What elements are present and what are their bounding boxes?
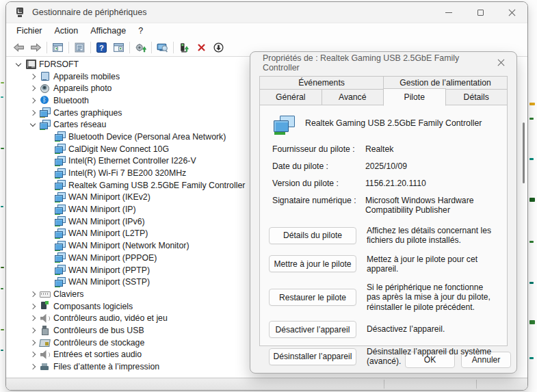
chevron-icon[interactable]: [42, 241, 54, 250]
chevron-icon[interactable]: [42, 217, 54, 226]
status-divider: [384, 380, 384, 389]
status-bar: [6, 378, 527, 390]
chevron-icon[interactable]: [42, 168, 54, 178]
driver-info-row: Signataire numérique : Microsoft Windows…: [272, 196, 499, 215]
chevron-icon[interactable]: [27, 302, 39, 311]
back-icon[interactable]: [10, 40, 27, 55]
driver-info-row: Version du pilote : 1156.21.20.1110: [272, 179, 499, 188]
chevron-icon[interactable]: [27, 350, 39, 359]
dialog-close-button[interactable]: [495, 57, 507, 69]
chevron-icon[interactable]: [27, 326, 39, 335]
printer-icon: [39, 362, 51, 372]
driver-action-description: Affichez les détails concernant les fich…: [367, 226, 499, 246]
tree-item-label: Bluetooth: [53, 96, 89, 105]
driver-actions: Détails du pilote Affichez les détails c…: [269, 226, 499, 366]
driver-action-row: Désactiver l’appareil Désactivez l’appar…: [269, 321, 499, 338]
driver-action-description: Désactivez l’appareil.: [367, 324, 499, 334]
driver-action-row: Restaurer le pilote Si le périphérique n…: [269, 283, 499, 312]
scan-hardware-changes-icon[interactable]: [154, 40, 171, 55]
net-icon: [54, 216, 66, 226]
tab[interactable]: Gestion de l’alimentation: [383, 76, 508, 90]
device-manager-icon: [15, 8, 26, 18]
disable-device-icon[interactable]: [210, 40, 227, 55]
tree-item-label: WAN Miniport (IP): [68, 205, 136, 214]
driver-action-button[interactable]: Mettre à jour le pilote: [269, 255, 356, 272]
toolbar-separator: [90, 42, 91, 53]
software-icon: [39, 301, 51, 311]
title-bar[interactable]: Gestionnaire de périphériques: [6, 2, 527, 23]
background-app-left: [0, 0, 5, 392]
tab[interactable]: Événements: [259, 76, 384, 90]
chevron-icon[interactable]: [42, 205, 54, 214]
tree-item-label: Cartes réseau: [53, 120, 106, 129]
chevron-icon[interactable]: [27, 289, 39, 299]
tree-item-label: WAN Miniport (PPTP): [68, 265, 150, 275]
chevron-icon[interactable]: [27, 338, 39, 348]
menu-item[interactable]: Affichage: [84, 25, 132, 37]
add-legacy-hardware-icon[interactable]: [176, 40, 193, 55]
chevron-icon[interactable]: [13, 60, 25, 69]
menu-item[interactable]: Fichier: [10, 25, 49, 37]
chevron-icon[interactable]: [42, 228, 54, 238]
driver-action-button[interactable]: Désinstaller l’appareil: [269, 348, 356, 365]
chevron-icon[interactable]: [27, 313, 39, 323]
chevron-icon[interactable]: [42, 181, 54, 190]
background-app-right: [528, 0, 537, 392]
tab[interactable]: Pilote: [383, 88, 446, 106]
storage-icon: [39, 337, 51, 348]
tree-item-label: Contrôleurs de bus USB: [53, 326, 144, 335]
maximize-icon: [477, 10, 484, 16]
menu-item[interactable]: ?: [132, 25, 149, 37]
tree-item-label: WAN Miniport (PPPOE): [68, 253, 157, 263]
tree-item-label: Appareils photo: [53, 83, 112, 93]
maximize-button[interactable]: [464, 2, 496, 23]
chevron-icon[interactable]: [42, 253, 54, 263]
show-console-tree-icon[interactable]: [49, 40, 66, 55]
uninstall-device-icon[interactable]: [193, 40, 210, 55]
tree-item-label: WAN Miniport (IKEv2): [68, 192, 150, 202]
tab[interactable]: Général: [259, 90, 322, 105]
tree-item-label: Files d’attente à l’impression: [53, 362, 159, 371]
driver-action-button[interactable]: Détails du pilote: [269, 227, 356, 244]
close-icon: [497, 59, 505, 66]
minimize-button[interactable]: [433, 2, 464, 23]
help-icon[interactable]: ?: [93, 40, 110, 55]
forward-icon[interactable]: [27, 40, 44, 55]
tab[interactable]: Détails: [445, 90, 508, 105]
driver-action-button[interactable]: Restaurer le pilote: [269, 289, 356, 306]
close-icon: [508, 9, 516, 16]
net-icon: [54, 168, 66, 179]
driver-action-row: Détails du pilote Affichez les détails c…: [269, 226, 499, 246]
chevron-icon[interactable]: [27, 72, 39, 81]
tree-item-label: CalDigit New Connect 10G: [68, 144, 169, 154]
driver-action-row: Désinstaller l’appareil Désinstallez l’a…: [269, 347, 499, 367]
net-icon: [54, 180, 66, 190]
dialog-title-bar[interactable]: Propriétés de : Realtek Gaming USB 2.5Gb…: [250, 52, 516, 73]
tab[interactable]: Avancé: [322, 90, 384, 105]
toolbar-separator: [68, 42, 69, 53]
chevron-icon[interactable]: [27, 120, 39, 129]
chevron-icon[interactable]: [42, 265, 54, 275]
chevron-icon[interactable]: [42, 192, 54, 202]
chevron-icon[interactable]: [27, 108, 39, 118]
show-action-pane-icon[interactable]: [110, 40, 127, 55]
field-label: Signataire numérique :: [272, 196, 365, 215]
chevron-icon[interactable]: [42, 277, 54, 287]
driver-action-button[interactable]: Désactiver l’appareil: [269, 321, 356, 338]
update-driver-icon[interactable]: [132, 40, 149, 55]
chevron-icon[interactable]: [27, 362, 39, 371]
mobile-icon: [39, 71, 51, 81]
properties-dialog: Propriétés de : Realtek Gaming USB 2.5Gb…: [250, 51, 517, 374]
vertical-scrollbar[interactable]: [523, 122, 525, 183]
field-label: Date du pilote :: [272, 161, 365, 171]
menu-item[interactable]: Action: [49, 25, 85, 37]
properties-icon[interactable]: [71, 40, 88, 55]
chevron-icon[interactable]: [42, 156, 54, 166]
close-button[interactable]: [496, 2, 527, 23]
chevron-icon[interactable]: [27, 83, 39, 93]
chevron-icon[interactable]: [42, 144, 54, 154]
net-icon: [54, 131, 66, 142]
chevron-icon[interactable]: [42, 132, 54, 142]
toolbar-separator: [151, 42, 152, 53]
chevron-icon[interactable]: [27, 96, 39, 105]
